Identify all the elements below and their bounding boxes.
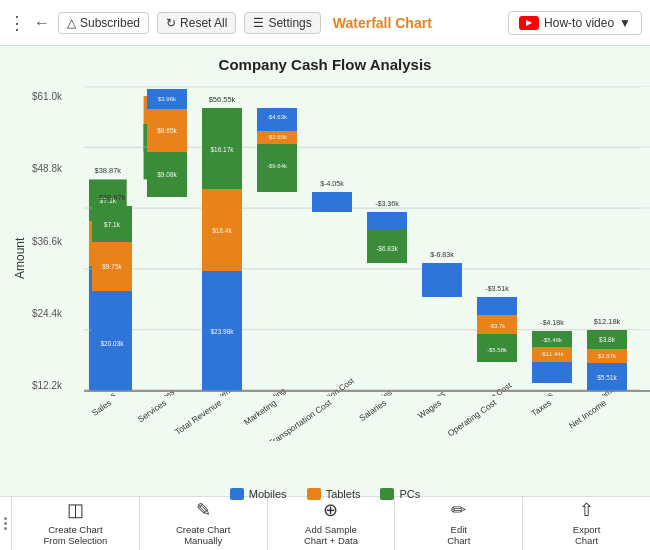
- svg-rect-62: [312, 192, 352, 212]
- legend-color-pcs: [380, 488, 394, 500]
- svg-text:-$5.58k: -$5.58k: [487, 347, 508, 353]
- x-axis-labels: Sales Services Total Revenue Marketing T…: [84, 396, 650, 441]
- edit-chart-button[interactable]: ✏ Edit Chart: [395, 497, 523, 550]
- chart-title: Company Cash Flow Analysis: [10, 56, 640, 73]
- svg-text:Taxes: Taxes: [529, 397, 553, 418]
- svg-text:$5.51k: $5.51k: [597, 374, 617, 381]
- waterfall-bars: $20.03k $9.75k $7.1k $38.87k $9.08k $8.6…: [84, 86, 650, 396]
- legend-label-pcs: PCs: [399, 488, 420, 500]
- svg-rect-70: [477, 297, 517, 315]
- subscribed-button[interactable]: △ Subscribed: [58, 12, 149, 34]
- svg-text:-$11.44k: -$11.44k: [540, 351, 564, 357]
- svg-text:Sales: Sales: [90, 397, 113, 417]
- svg-text:$12.18k: $12.18k: [594, 317, 621, 326]
- edit-chart-label: Edit Chart: [447, 524, 470, 547]
- chart-type-title: Waterfall Chart: [333, 15, 432, 31]
- svg-text:-$3.36k: -$3.36k: [375, 200, 399, 207]
- create-chart-manually-button[interactable]: ✎ Create Chart Manually: [140, 497, 268, 550]
- svg-text:-$4.18k: -$4.18k: [540, 319, 564, 326]
- svg-text:-$4.63k: -$4.63k: [267, 114, 288, 120]
- svg-text:$8.65k: $8.65k: [157, 127, 177, 134]
- svg-text:-$2.65k: -$2.65k: [267, 134, 288, 140]
- svg-text:$56.55k: $56.55k: [209, 95, 236, 104]
- legend-item-pcs: PCs: [380, 488, 420, 500]
- svg-text:-$3.7k: -$3.7k: [489, 323, 507, 329]
- howto-label: How-to video: [544, 16, 614, 30]
- legend-color-mobiles: [230, 488, 244, 500]
- svg-text:Wages: Wages: [416, 397, 443, 420]
- reset-label: Reset All: [180, 16, 227, 30]
- legend-item-mobiles: Mobiles: [230, 488, 287, 500]
- add-sample-icon: ⊕: [323, 500, 338, 522]
- subscribed-label: Subscribed: [80, 16, 140, 30]
- svg-text:$23.98k: $23.98k: [210, 328, 234, 335]
- settings-button[interactable]: ☰ Settings: [244, 12, 320, 34]
- youtube-icon: [519, 16, 539, 30]
- svg-text:$16.4k: $16.4k: [212, 227, 232, 234]
- chevron-down-icon: ▼: [619, 16, 631, 30]
- svg-text:$-4.05k: $-4.05k: [320, 180, 344, 187]
- svg-text:-$6.83k: -$6.83k: [376, 245, 398, 252]
- create-chart-from-selection-button[interactable]: ◫ Create Chart From Selection: [12, 497, 140, 550]
- export-chart-button[interactable]: ⇧ Export Chart: [523, 497, 650, 550]
- reset-all-button[interactable]: ↻ Reset All: [157, 12, 236, 34]
- chart-area: Company Cash Flow Analysis Amount $61.0k…: [0, 46, 650, 496]
- svg-text:$9.75k: $9.75k: [102, 263, 122, 270]
- svg-text:Salaries: Salaries: [357, 397, 388, 423]
- header: ⋮ ← △ Subscribed ↻ Reset All ☰ Settings …: [0, 0, 650, 46]
- svg-text:$7.1k: $7.1k: [104, 221, 121, 228]
- legend-label-tablets: Tablets: [326, 488, 361, 500]
- drag-handle: ⋮: [8, 12, 24, 34]
- create-chart-manually-icon: ✎: [196, 500, 211, 522]
- svg-text:Marketing: Marketing: [242, 397, 279, 427]
- svg-text:-$5.46k: -$5.46k: [542, 337, 563, 343]
- legend-label-mobiles: Mobiles: [249, 488, 287, 500]
- add-sample-label: Add Sample Chart + Data: [304, 524, 358, 547]
- y-tick: $24.4k: [32, 308, 80, 319]
- settings-label: Settings: [268, 16, 311, 30]
- svg-rect-68: [422, 263, 462, 297]
- settings-icon: ☰: [253, 16, 264, 30]
- svg-text:Net Income: Net Income: [567, 397, 609, 430]
- y-tick: $61.0k: [32, 91, 80, 102]
- export-chart-label: Export Chart: [573, 524, 600, 547]
- reset-icon: ↻: [166, 16, 176, 30]
- svg-rect-64: [367, 212, 407, 229]
- back-button[interactable]: ←: [34, 14, 50, 32]
- svg-text:$-6.83k: $-6.83k: [430, 251, 454, 258]
- export-chart-icon: ⇧: [579, 500, 594, 522]
- svg-text:Operating Cost: Operating Cost: [446, 397, 499, 438]
- svg-text:Total Revenue: Total Revenue: [173, 397, 223, 437]
- y-tick: $12.2k: [32, 380, 80, 391]
- svg-text:-$9.64k: -$9.64k: [267, 163, 288, 169]
- svg-text:$9.08k: $9.08k: [157, 171, 177, 178]
- svg-text:$3.96k: $3.96k: [158, 96, 177, 102]
- legend-item-tablets: Tablets: [307, 488, 361, 500]
- edit-chart-icon: ✏: [451, 500, 466, 522]
- y-tick: $36.6k: [32, 236, 80, 247]
- create-chart-selection-icon: ◫: [67, 500, 84, 522]
- svg-text:$16.17k: $16.17k: [210, 146, 234, 153]
- svg-rect-77: [532, 362, 572, 372]
- y-tick: $48.8k: [32, 163, 80, 174]
- create-chart-manually-label: Create Chart Manually: [176, 524, 230, 547]
- y-axis-label: Amount: [10, 81, 30, 436]
- subscribed-icon: △: [67, 16, 76, 30]
- chart-legend: Mobiles Tablets PCs: [10, 486, 640, 500]
- legend-color-tablets: [307, 488, 321, 500]
- toolbar-drag-handle: [0, 497, 12, 550]
- add-sample-chart-button[interactable]: ⊕ Add Sample Chart + Data: [268, 497, 396, 550]
- howto-button[interactable]: How-to video ▼: [508, 11, 642, 35]
- svg-text:$20.03k: $20.03k: [100, 340, 124, 347]
- svg-text:-$3.51k: -$3.51k: [485, 285, 509, 292]
- toolbar: ◫ Create Chart From Selection ✎ Create C…: [0, 496, 650, 550]
- svg-text:$38.87k: $38.87k: [99, 193, 126, 202]
- svg-text:$2.87k: $2.87k: [598, 353, 617, 359]
- svg-text:Services: Services: [136, 397, 168, 424]
- create-chart-selection-label: Create Chart From Selection: [43, 524, 107, 547]
- svg-text:$3.8k: $3.8k: [599, 336, 616, 343]
